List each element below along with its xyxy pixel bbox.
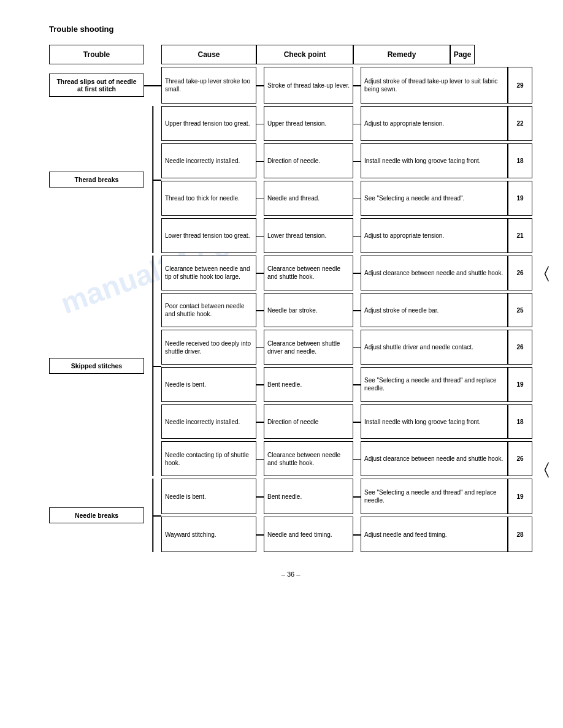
checkpoint-1-3: Lower thread tension. [264,218,353,253]
trouble-box-1: Therad breaks [49,172,144,188]
remedy-1-2: See "Selecting a needle and thread". [361,181,508,216]
trouble-box-3: Needle breaks [49,507,144,523]
row-3-1: Wayward stitching.Needle and feed timing… [161,517,532,552]
remedy-2-5: Adjust clearance between needle and shut… [361,441,508,476]
row-2-0: Clearance between needle and tip of shut… [161,256,532,290]
trouble-box-2: Skipped stitches [49,358,144,374]
table-body: Thread slips out of needle at first stit… [49,67,532,552]
row-1-0: Upper thread tension too great.Upper thr… [161,106,532,141]
remedy-1-3: Adjust to appropriate tension. [361,218,508,253]
remedy-2-3: See "Selecting a needle and thread" and … [361,367,508,402]
remedy-0-0: Adjust stroke of thread take-up lever to… [361,67,508,104]
page-title: Trouble shooting [49,25,532,34]
page-2-0: 26 [508,256,532,290]
page-3-1: 28 [508,517,532,552]
header-checkpoint: Check point [256,45,353,64]
remedy-3-0: See "Selecting a needle and thread" and … [361,479,508,514]
page-number: – 36 – [49,571,532,578]
page-1-0: 22 [508,106,532,141]
cause-2-5: Needle contacting tip of shuttle hook. [161,441,256,476]
checkpoint-2-1: Needle bar stroke. [264,293,353,328]
row-2-3: Needle is bent.Bent needle.See "Selectin… [161,367,532,402]
cause-2-1: Poor contact between needle and shuttle … [161,293,256,328]
cause-2-0: Clearance between needle and tip of shut… [161,256,256,290]
cause-1-2: Thread too thick for needle. [161,181,256,216]
checkpoint-1-1: Direction of needle. [264,143,353,178]
checkpoint-2-5: Clearance between needle and shuttle hoo… [264,441,353,476]
row-1-2: Thread too thick for needle.Needle and t… [161,181,532,216]
row-2-4: Needle incorrectly installed.Direction o… [161,404,532,439]
checkpoint-1-0: Upper thread tension. [264,106,353,141]
cause-3-0: Needle is bent. [161,479,256,514]
cause-2-3: Needle is bent. [161,367,256,402]
checkpoint-3-1: Needle and feed timing. [264,517,353,552]
checkpoint-2-4: Direction of needle [264,404,353,439]
cause-2-4: Needle incorrectly installed. [161,404,256,439]
page-2-5: 26 [508,441,532,476]
remedy-2-0: Adjust clearance between needle and shut… [361,256,508,290]
row-1-3: Lower thread tension too great.Lower thr… [161,218,532,253]
page-1-3: 21 [508,218,532,253]
trouble-box-0: Thread slips out of needle at first stit… [49,74,144,97]
group-0: Thread slips out of needle at first stit… [49,67,532,104]
header-remedy: Remedy [353,45,450,64]
remedy-1-1: Install needle with long groove facing f… [361,143,508,178]
group-3: Needle breaksNeedle is bent.Bent needle.… [49,479,532,552]
row-2-1: Poor contact between needle and shuttle … [161,293,532,328]
page-0-0: 29 [508,67,532,104]
remedy-3-1: Adjust needle and feed timing. [361,517,508,552]
page-2-2: 26 [508,330,532,365]
page-1-2: 19 [508,181,532,216]
remedy-1-0: Adjust to appropriate tension. [361,106,508,141]
header-trouble: Trouble [49,45,144,64]
checkpoint-2-2: Clearance between shuttle driver and nee… [264,330,353,365]
trouble-table: Trouble Cause Check point Remedy Page Th… [49,45,532,552]
checkpoint-1-2: Needle and thread. [264,181,353,216]
cause-1-3: Lower thread tension too great. [161,218,256,253]
page-1-1: 18 [508,143,532,178]
checkpoint-3-0: Bent needle. [264,479,353,514]
cause-1-0: Upper thread tension too great. [161,106,256,141]
page-3-0: 19 [508,479,532,514]
group-2: Skipped stitchesClearance between needle… [49,256,532,476]
checkpoint-0-0: Stroke of thread take-up lever. [264,67,353,104]
cause-1-1: Needle incorrectly installed. [161,143,256,178]
row-3-0: Needle is bent.Bent needle.See "Selectin… [161,479,532,514]
header-page: Page [450,45,475,64]
group-1: Therad breaksUpper thread tension too gr… [49,106,532,253]
checkpoint-2-0: Clearance between needle and shuttle hoo… [264,256,353,290]
row-0-0: Thread take-up lever stroke too small.St… [161,67,532,104]
remedy-2-2: Adjust shuttle driver and needle contact… [361,330,508,365]
cause-3-1: Wayward stitching. [161,517,256,552]
arrow-right-2: 〈 [544,460,550,479]
remedy-2-1: Adjust stroke of needle bar. [361,293,508,328]
row-2-5: Needle contacting tip of shuttle hook.Cl… [161,441,532,476]
row-1-1: Needle incorrectly installed.Direction o… [161,143,532,178]
page-2-3: 19 [508,367,532,402]
page-2-4: 18 [508,404,532,439]
remedy-2-4: Install needle with long groove facing f… [361,404,508,439]
row-2-2: Needle received too deeply into shuttle … [161,330,532,365]
arrow-right-1: 〈 [544,264,550,282]
page: manual24.com Trouble shooting Trouble Ca… [0,0,563,728]
header-cause: Cause [161,45,256,64]
page-2-1: 25 [508,293,532,328]
table-header: Trouble Cause Check point Remedy Page [49,45,532,64]
cause-2-2: Needle received too deeply into shuttle … [161,330,256,365]
cause-0-0: Thread take-up lever stroke too small. [161,67,256,104]
checkpoint-2-3: Bent needle. [264,367,353,402]
